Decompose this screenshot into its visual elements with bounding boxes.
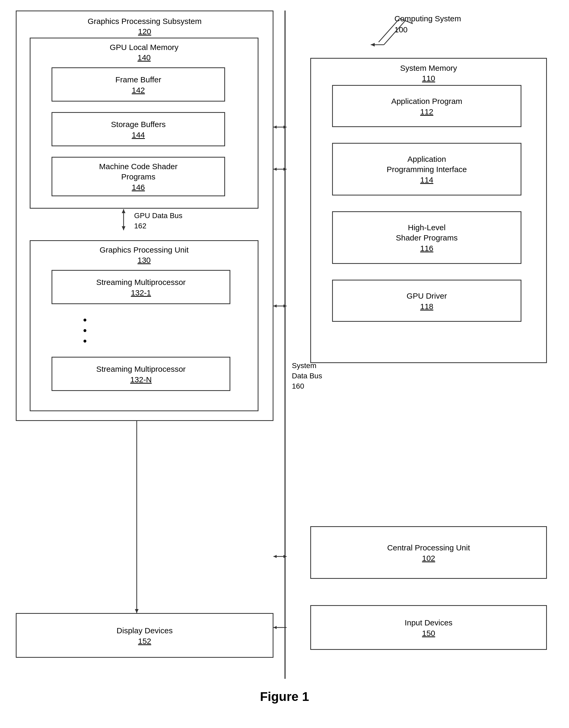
svg-marker-6 [274,125,277,129]
gps-to-display-arrow [129,421,145,613]
svg-marker-20 [274,555,277,558]
high-level-shader-box: High-LevelShader Programs 116 [332,211,521,264]
gpu-label: Graphics Processing Unit 130 [31,245,258,265]
api-box: ApplicationProgramming Interface 114 [332,143,521,195]
gpu-unit-center-arrow [274,302,286,310]
storage-buffers-arrow [274,123,286,131]
svg-marker-9 [274,168,277,171]
figure-label: Figure 1 [0,689,569,704]
gpu-data-bus-arrow [116,209,132,230]
svg-marker-23 [274,626,277,629]
svg-marker-15 [274,304,277,308]
gps-label: Graphics Processing Subsystem 120 [17,16,273,37]
svg-marker-7 [284,125,286,129]
machine-code-arrow [274,165,286,173]
system-data-bus-label: SystemData Bus 160 [292,360,322,391]
input-devices-center-arrow [274,624,286,631]
display-devices-box: Display Devices 152 [16,613,274,658]
streaming-mp-1-box: Streaming Multiprocessor 132-1 [52,270,230,304]
storage-buffers-box: Storage Buffers 144 [52,112,225,146]
svg-marker-13 [122,226,125,230]
svg-line-2 [400,18,413,24]
svg-marker-12 [122,209,125,213]
input-devices-box: Input Devices 150 [310,605,547,650]
machine-code-shader-box: Machine Code ShaderPrograms 146 [52,157,225,196]
computing-system-bracket [363,16,415,47]
svg-marker-16 [284,304,286,308]
svg-marker-10 [284,168,286,171]
streaming-mp-n-box: Streaming Multiprocessor 132-N [52,357,230,391]
gpu-outer-box: Graphics Processing Unit 130 Streaming M… [30,240,259,411]
gpu-local-memory-outer: GPU Local Memory 140 Frame Buffer 142 St… [30,38,259,209]
gpu-local-memory-label: GPU Local Memory 140 [31,42,258,63]
gpu-data-bus-label: GPU Data Bus 162 [134,210,183,231]
svg-marker-4 [371,43,375,47]
gpu-driver-box: GPU Driver 118 [332,280,521,322]
system-memory-outer: System Memory 110 Application Program 11… [310,58,547,363]
cpu-center-arrow [274,553,286,560]
system-memory-label: System Memory 110 [311,63,546,83]
ellipsis-dots: ••• [83,315,88,346]
frame-buffer-box: Frame Buffer 142 [52,67,225,102]
svg-marker-21 [284,555,286,558]
center-vertical-line [284,11,285,679]
diagram: Computing System 100 Graphics Processing… [0,0,569,697]
cpu-box: Central Processing Unit 102 [310,526,547,579]
svg-marker-18 [135,609,139,613]
application-program-box: Application Program 112 [332,85,521,127]
